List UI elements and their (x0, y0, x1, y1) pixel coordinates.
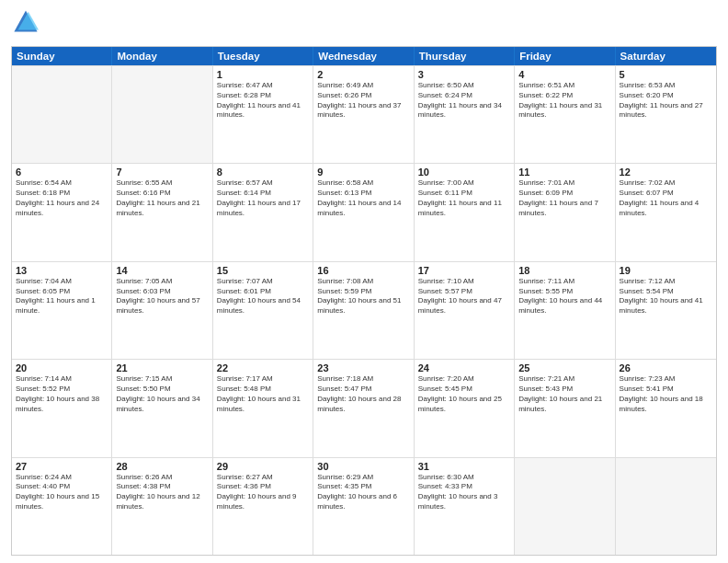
cell-details: Sunrise: 7:01 AM Sunset: 6:09 PM Dayligh… (518, 178, 610, 218)
header-day-saturday: Saturday (616, 47, 716, 65)
cal-cell: 4Sunrise: 6:51 AM Sunset: 6:22 PM Daylig… (515, 66, 615, 163)
cal-cell: 28Sunrise: 6:26 AM Sunset: 4:38 PM Dayli… (112, 458, 212, 555)
header-day-sunday: Sunday (12, 47, 112, 65)
logo (11, 9, 39, 39)
cal-cell: 10Sunrise: 7:00 AM Sunset: 6:11 PM Dayli… (415, 164, 515, 260)
day-number: 20 (16, 362, 108, 373)
header-day-thursday: Thursday (415, 47, 515, 65)
day-number: 1 (217, 69, 309, 80)
cell-details: Sunrise: 7:00 AM Sunset: 6:11 PM Dayligh… (418, 178, 510, 218)
cell-details: Sunrise: 7:12 AM Sunset: 5:54 PM Dayligh… (620, 277, 712, 316)
cal-cell: 11Sunrise: 7:01 AM Sunset: 6:09 PM Dayli… (515, 164, 615, 260)
calendar-row-3: 13Sunrise: 7:04 AM Sunset: 6:05 PM Dayli… (12, 261, 716, 359)
day-number: 24 (418, 362, 510, 373)
cal-cell: 1Sunrise: 6:47 AM Sunset: 6:28 PM Daylig… (213, 66, 313, 163)
cal-cell: 22Sunrise: 7:17 AM Sunset: 5:48 PM Dayli… (213, 360, 313, 456)
day-number: 9 (317, 167, 409, 178)
calendar-row-1: 1Sunrise: 6:47 AM Sunset: 6:28 PM Daylig… (12, 65, 716, 163)
cal-cell (515, 458, 615, 555)
day-number: 10 (418, 167, 510, 178)
cal-cell (12, 66, 112, 163)
day-number: 14 (116, 265, 208, 276)
cal-cell: 7Sunrise: 6:55 AM Sunset: 6:16 PM Daylig… (112, 164, 212, 260)
day-number: 7 (116, 167, 208, 178)
cal-cell: 2Sunrise: 6:49 AM Sunset: 6:26 PM Daylig… (313, 66, 414, 163)
cell-details: Sunrise: 7:04 AM Sunset: 6:05 PM Dayligh… (16, 277, 108, 316)
cal-cell: 31Sunrise: 6:30 AM Sunset: 4:33 PM Dayli… (415, 458, 515, 555)
cell-details: Sunrise: 6:27 AM Sunset: 4:36 PM Dayligh… (217, 473, 309, 512)
day-number: 23 (317, 362, 409, 373)
cell-details: Sunrise: 6:57 AM Sunset: 6:14 PM Dayligh… (217, 178, 309, 218)
cal-cell: 16Sunrise: 7:08 AM Sunset: 5:59 PM Dayli… (313, 262, 414, 359)
cal-cell: 24Sunrise: 7:20 AM Sunset: 5:45 PM Dayli… (415, 360, 515, 456)
cal-cell: 13Sunrise: 7:04 AM Sunset: 6:05 PM Dayli… (12, 262, 112, 359)
day-number: 2 (317, 69, 409, 80)
cell-details: Sunrise: 6:55 AM Sunset: 6:16 PM Dayligh… (116, 178, 208, 218)
day-number: 28 (116, 461, 208, 472)
cal-cell: 23Sunrise: 7:18 AM Sunset: 5:47 PM Dayli… (313, 360, 414, 456)
cal-cell: 15Sunrise: 7:07 AM Sunset: 6:01 PM Dayli… (213, 262, 313, 359)
cell-details: Sunrise: 6:29 AM Sunset: 4:35 PM Dayligh… (317, 473, 409, 512)
cell-details: Sunrise: 6:50 AM Sunset: 6:24 PM Dayligh… (418, 81, 510, 121)
day-number: 3 (418, 69, 510, 80)
cal-cell: 29Sunrise: 6:27 AM Sunset: 4:36 PM Dayli… (213, 458, 313, 555)
cal-cell: 27Sunrise: 6:24 AM Sunset: 4:40 PM Dayli… (12, 458, 112, 555)
cell-details: Sunrise: 6:58 AM Sunset: 6:13 PM Dayligh… (317, 178, 409, 218)
cal-cell: 8Sunrise: 6:57 AM Sunset: 6:14 PM Daylig… (213, 164, 313, 260)
cell-details: Sunrise: 7:08 AM Sunset: 5:59 PM Dayligh… (317, 277, 409, 316)
day-number: 11 (518, 167, 610, 178)
cal-cell: 25Sunrise: 7:21 AM Sunset: 5:43 PM Dayli… (515, 360, 615, 456)
day-number: 8 (217, 167, 309, 178)
day-number: 16 (317, 265, 409, 276)
cell-details: Sunrise: 7:02 AM Sunset: 6:07 PM Dayligh… (620, 178, 712, 218)
calendar-header: SundayMondayTuesdayWednesdayThursdayFrid… (12, 47, 716, 65)
cal-cell: 3Sunrise: 6:50 AM Sunset: 6:24 PM Daylig… (415, 66, 515, 163)
day-number: 4 (518, 69, 610, 80)
day-number: 6 (16, 167, 108, 178)
cell-details: Sunrise: 7:07 AM Sunset: 6:01 PM Dayligh… (217, 277, 309, 316)
cal-cell: 6Sunrise: 6:54 AM Sunset: 6:18 PM Daylig… (12, 164, 112, 260)
cell-details: Sunrise: 6:49 AM Sunset: 6:26 PM Dayligh… (317, 81, 409, 121)
cell-details: Sunrise: 6:30 AM Sunset: 4:33 PM Dayligh… (418, 473, 510, 512)
day-number: 13 (16, 265, 108, 276)
cell-details: Sunrise: 6:54 AM Sunset: 6:18 PM Dayligh… (16, 178, 108, 218)
calendar-row-2: 6Sunrise: 6:54 AM Sunset: 6:18 PM Daylig… (12, 163, 716, 260)
cell-details: Sunrise: 7:21 AM Sunset: 5:43 PM Dayligh… (518, 374, 610, 414)
day-number: 18 (518, 265, 610, 276)
header-day-wednesday: Wednesday (313, 47, 414, 65)
day-number: 26 (620, 362, 712, 373)
cell-details: Sunrise: 7:15 AM Sunset: 5:50 PM Dayligh… (116, 374, 208, 414)
day-number: 5 (620, 69, 712, 80)
day-number: 25 (518, 362, 610, 373)
cell-details: Sunrise: 7:20 AM Sunset: 5:45 PM Dayligh… (418, 374, 510, 414)
cal-cell: 14Sunrise: 7:05 AM Sunset: 6:03 PM Dayli… (112, 262, 212, 359)
page-header (11, 9, 717, 39)
cell-details: Sunrise: 7:23 AM Sunset: 5:41 PM Dayligh… (620, 374, 712, 414)
cal-cell (112, 66, 212, 163)
cal-cell (616, 458, 716, 555)
calendar-body: 1Sunrise: 6:47 AM Sunset: 6:28 PM Daylig… (12, 65, 716, 555)
day-number: 17 (418, 265, 510, 276)
day-number: 30 (317, 461, 409, 472)
header-day-friday: Friday (515, 47, 615, 65)
cell-details: Sunrise: 6:53 AM Sunset: 6:20 PM Dayligh… (620, 81, 712, 121)
calendar-row-5: 27Sunrise: 6:24 AM Sunset: 4:40 PM Dayli… (12, 457, 716, 555)
cal-cell: 17Sunrise: 7:10 AM Sunset: 5:57 PM Dayli… (415, 262, 515, 359)
calendar-row-4: 20Sunrise: 7:14 AM Sunset: 5:52 PM Dayli… (12, 359, 716, 456)
logo-icon (13, 9, 39, 35)
cell-details: Sunrise: 7:10 AM Sunset: 5:57 PM Dayligh… (418, 277, 510, 316)
day-number: 15 (217, 265, 309, 276)
cal-cell: 12Sunrise: 7:02 AM Sunset: 6:07 PM Dayli… (616, 164, 716, 260)
cell-details: Sunrise: 6:24 AM Sunset: 4:40 PM Dayligh… (16, 473, 108, 512)
day-number: 21 (116, 362, 208, 373)
calendar: SundayMondayTuesdayWednesdayThursdayFrid… (11, 46, 717, 556)
cal-cell: 9Sunrise: 6:58 AM Sunset: 6:13 PM Daylig… (313, 164, 414, 260)
day-number: 22 (217, 362, 309, 373)
cal-cell: 30Sunrise: 6:29 AM Sunset: 4:35 PM Dayli… (313, 458, 414, 555)
day-number: 31 (418, 461, 510, 472)
day-number: 27 (16, 461, 108, 472)
cell-details: Sunrise: 7:14 AM Sunset: 5:52 PM Dayligh… (16, 374, 108, 414)
cell-details: Sunrise: 7:05 AM Sunset: 6:03 PM Dayligh… (116, 277, 208, 316)
cell-details: Sunrise: 6:51 AM Sunset: 6:22 PM Dayligh… (518, 81, 610, 121)
cal-cell: 21Sunrise: 7:15 AM Sunset: 5:50 PM Dayli… (112, 360, 212, 456)
